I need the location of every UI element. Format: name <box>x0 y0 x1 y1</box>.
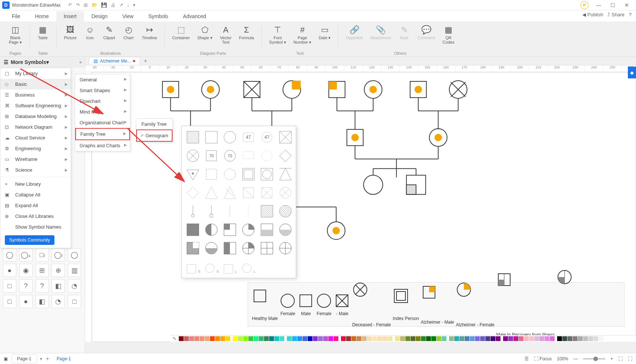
palette-symbol-40[interactable] <box>260 241 274 256</box>
palette-symbol-19[interactable] <box>204 185 219 200</box>
palette-symbol-26[interactable] <box>222 204 237 219</box>
ribbon-formula-button[interactable]: ΣFormula <box>236 24 257 50</box>
color-swatch[interactable] <box>388 336 392 341</box>
symbol-thumb[interactable]: ◉ <box>19 264 33 277</box>
symbol-thumb[interactable]: □ <box>3 295 16 308</box>
ribbon-picture-button[interactable]: 🖼Picture <box>61 24 80 50</box>
color-swatch[interactable] <box>470 336 475 341</box>
palette-symbol-38[interactable] <box>222 241 237 256</box>
library-item-science[interactable]: ⚗Science▶ <box>0 165 71 175</box>
zoom-out-button[interactable]: — <box>573 356 578 361</box>
menu-view[interactable]: View <box>115 11 141 21</box>
color-swatch[interactable] <box>220 336 225 341</box>
document-tab[interactable]: ▤ Alzheimer Me... <box>89 57 140 65</box>
color-swatch[interactable] <box>259 336 264 341</box>
symbol-thumb[interactable]: ⊕ <box>51 264 65 277</box>
color-swatch[interactable] <box>508 336 513 341</box>
more-icon[interactable]: ▾ <box>133 2 135 8</box>
color-swatch[interactable] <box>539 336 544 341</box>
help-icon[interactable]: ? <box>629 12 632 17</box>
color-swatch[interactable] <box>588 336 593 341</box>
color-swatch[interactable] <box>491 336 495 341</box>
library-action-collapse-all[interactable]: ▣Collapse All <box>0 189 71 200</box>
color-swatch[interactable] <box>308 336 312 341</box>
color-swatch[interactable] <box>184 336 189 341</box>
palette-symbol-41[interactable] <box>278 241 293 256</box>
color-swatch[interactable] <box>519 336 523 341</box>
color-swatch[interactable] <box>287 336 292 341</box>
open-icon[interactable]: 📁 <box>91 2 97 8</box>
color-swatch[interactable] <box>400 336 405 341</box>
palette-symbol-23[interactable] <box>278 185 293 200</box>
color-swatch[interactable] <box>426 336 431 341</box>
color-swatch[interactable] <box>313 336 318 341</box>
color-swatch[interactable] <box>238 336 243 341</box>
import-icon[interactable]: ↓ <box>127 2 130 8</box>
undo-icon[interactable]: ↶ <box>68 2 72 8</box>
symbol-thumb[interactable]: ◯ <box>68 248 81 262</box>
ribbon-shape--button[interactable]: ⬠Shape ▾ <box>194 24 215 50</box>
symbol-thumb[interactable]: ● <box>3 264 16 277</box>
submenu-graphs-and-charts[interactable]: Graphs and Charts▶ <box>75 140 130 151</box>
fullscreen-button[interactable]: ⛶ <box>628 356 632 361</box>
ribbon-date--button[interactable]: ▭Date ▾ <box>316 24 334 50</box>
color-swatch[interactable] <box>357 336 361 341</box>
ribbon-icon-button[interactable]: ☺Icon <box>81 24 99 50</box>
library-item-engineering[interactable]: ⚙Engineering▶ <box>0 143 71 154</box>
color-swatch[interactable] <box>194 336 199 341</box>
zoom-level[interactable]: 100% <box>557 356 568 361</box>
symbol-thumb[interactable]: □ₗ <box>36 248 49 262</box>
focus-button[interactable]: ⛶ Focus <box>534 356 552 361</box>
color-swatch[interactable] <box>568 336 572 341</box>
palette-symbol-39[interactable] <box>241 241 256 256</box>
color-swatch[interactable] <box>416 336 421 341</box>
color-swatch[interactable] <box>431 336 436 341</box>
palette-symbol-28[interactable] <box>260 204 274 219</box>
palette-symbol-30[interactable] <box>185 222 200 237</box>
color-swatch[interactable] <box>318 336 323 341</box>
print-icon[interactable]: 🖨 <box>111 2 116 8</box>
redo-icon[interactable]: ↷ <box>76 2 80 8</box>
color-swatch[interactable] <box>442 336 446 341</box>
color-swatch[interactable] <box>341 336 346 341</box>
palette-symbol-8[interactable]: 70 <box>222 148 237 163</box>
palette-symbol-34[interactable] <box>260 222 274 237</box>
export-icon[interactable]: ↗ <box>119 2 123 8</box>
color-swatch[interactable] <box>243 336 248 341</box>
palette-symbol-21[interactable] <box>241 185 256 200</box>
color-swatch[interactable] <box>248 336 253 341</box>
add-tab-button[interactable]: + <box>140 58 151 64</box>
collapse-panel-icon[interactable]: « <box>79 60 82 65</box>
close-button[interactable]: ✕ <box>620 2 634 8</box>
pages-icon[interactable]: ▣ <box>4 356 8 361</box>
menu-file[interactable]: File <box>4 11 28 21</box>
color-swatch[interactable] <box>362 336 366 341</box>
color-swatch[interactable] <box>225 336 230 341</box>
color-swatch[interactable] <box>405 336 410 341</box>
color-swatch[interactable] <box>200 336 204 341</box>
page-link[interactable]: Page-1 <box>57 356 71 361</box>
color-swatch[interactable] <box>372 336 377 341</box>
palette-symbol-9[interactable] <box>241 148 256 163</box>
color-swatch[interactable] <box>475 336 480 341</box>
color-swatch[interactable] <box>557 336 562 341</box>
publish-button[interactable]: ◀ Publish <box>582 12 603 17</box>
new-icon[interactable]: ⊞ <box>84 2 88 8</box>
save-icon[interactable]: 💾 <box>101 2 107 8</box>
color-swatch[interactable] <box>562 336 567 341</box>
color-swatch[interactable] <box>215 336 220 341</box>
ribbon-font-symbol--button[interactable]: ⊤FontSymbol ▾ <box>266 24 289 50</box>
user-avatar[interactable]: P <box>580 1 589 9</box>
color-swatch[interactable] <box>485 336 490 341</box>
palette-symbol-24[interactable] <box>185 204 200 219</box>
color-swatch[interactable] <box>297 336 302 341</box>
color-swatch[interactable] <box>367 336 372 341</box>
palette-symbol-5[interactable] <box>278 130 293 145</box>
palette-symbol-1[interactable] <box>204 130 219 145</box>
symbol-thumb[interactable]: ◧ <box>51 279 65 293</box>
color-swatch[interactable] <box>323 336 328 341</box>
color-swatch[interactable] <box>573 336 578 341</box>
submenu-family-tree[interactable]: Family Tree▶ <box>75 128 130 140</box>
palette-symbol-29[interactable] <box>278 204 293 219</box>
right-panel-toggle[interactable]: ◆ <box>628 67 636 78</box>
